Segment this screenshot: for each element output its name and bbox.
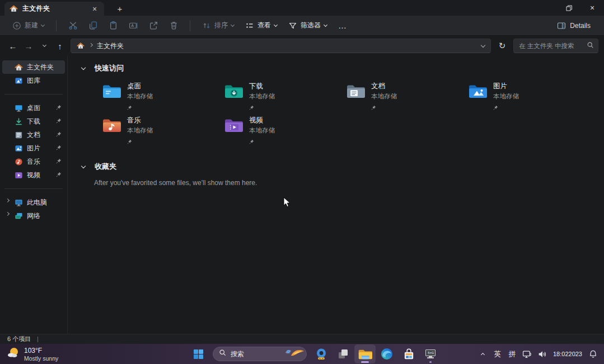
plus-circle-icon xyxy=(12,21,21,30)
quick-access-header[interactable]: 快速访问 xyxy=(68,56,604,73)
tile-downloads[interactable]: 下载 本地存储 xyxy=(224,81,346,115)
chevron-down-icon xyxy=(274,22,278,26)
ime-language-indicator[interactable]: 英 xyxy=(491,346,504,362)
back-icon: ← xyxy=(9,41,17,51)
tile-text: 文档 本地存储 xyxy=(371,81,397,115)
section-chevron-icon[interactable] xyxy=(81,163,86,168)
videos-folder-icon xyxy=(224,117,244,134)
rename-button[interactable] xyxy=(124,18,142,34)
more-options-button[interactable]: … xyxy=(334,18,352,33)
tile-desktop[interactable]: 桌面 本地存储 xyxy=(102,81,224,115)
tile-videos[interactable]: 视频 本地存储 xyxy=(224,115,346,149)
recent-locations-button[interactable] xyxy=(37,39,51,53)
hidden-icons-button[interactable] xyxy=(477,346,489,362)
weather-widget[interactable]: 103°F Mostly sunny xyxy=(4,346,60,362)
edge-browser-icon[interactable] xyxy=(377,345,397,363)
new-button[interactable]: 新建 xyxy=(8,18,49,33)
notification-bell-icon[interactable] xyxy=(587,346,600,362)
microsoft-store-icon[interactable] xyxy=(399,345,419,363)
tab-close-icon[interactable]: × xyxy=(90,5,99,13)
start-button[interactable] xyxy=(188,345,208,363)
weather-icon xyxy=(7,346,20,362)
restore-button[interactable] xyxy=(557,0,580,16)
expand-chevron-icon[interactable] xyxy=(6,198,10,202)
sidebar-item-documents[interactable]: 文档 xyxy=(2,128,65,141)
sidebar-item-desktop[interactable]: 桌面 xyxy=(2,101,65,115)
titlebar: 主文件夹 × + × xyxy=(0,0,604,16)
file-explorer-taskbar-icon[interactable] xyxy=(355,345,375,363)
download-icon xyxy=(15,117,23,126)
tile-text: 视频 本地存储 xyxy=(249,115,275,149)
pin-icon xyxy=(249,136,275,146)
sidebar-divider xyxy=(4,94,63,94)
section-chevron-icon[interactable] xyxy=(81,65,86,69)
system-tray: 英 拼 18:02 2023 xyxy=(477,344,600,364)
divider xyxy=(190,20,190,31)
share-button[interactable] xyxy=(144,18,162,34)
delete-button[interactable] xyxy=(165,18,182,34)
file-explorer-window: 主文件夹 × + × 新建 xyxy=(0,0,604,344)
taskbar-search[interactable]: 搜索 xyxy=(213,347,307,361)
music-icon xyxy=(15,158,23,166)
desktop: 主文件夹 × + × 新建 xyxy=(0,0,604,364)
home-icon xyxy=(15,63,23,72)
tile-pictures[interactable]: 图片 本地存储 xyxy=(468,81,590,115)
address-bar[interactable]: 主文件夹 xyxy=(71,39,491,53)
sidebar-item-network[interactable]: 网络 xyxy=(2,209,65,223)
breadcrumb-root[interactable]: 主文件夹 xyxy=(97,41,124,51)
expand-chevron-icon[interactable] xyxy=(6,212,10,216)
view-button[interactable]: 查看 xyxy=(241,18,282,33)
sidebar-item-this-pc[interactable]: 此电脑 xyxy=(2,196,65,209)
taskbar-app-ring-icon[interactable] xyxy=(311,345,331,363)
favorites-header[interactable]: 收藏夹 xyxy=(68,154,604,172)
clock-date: 2023 xyxy=(569,351,582,357)
pin-icon xyxy=(56,104,62,112)
sidebar-item-pictures[interactable]: 图片 xyxy=(2,141,65,155)
filter-button[interactable]: 筛选器 xyxy=(284,18,331,33)
forward-button[interactable]: → xyxy=(21,39,36,53)
back-button[interactable]: ← xyxy=(6,39,20,53)
taskbar-search-label: 搜索 xyxy=(231,349,282,359)
sidebar-item-home[interactable]: 主文件夹 xyxy=(2,60,65,74)
sort-button[interactable]: 排序 xyxy=(198,18,238,33)
pictures-folder-icon xyxy=(468,83,488,100)
tile-text: 音乐 本地存储 xyxy=(127,115,153,149)
more-ellipsis-icon: … xyxy=(338,21,347,30)
item-count: 6 个项目 xyxy=(7,335,31,343)
new-tab-button[interactable]: + xyxy=(114,4,125,13)
network-icon[interactable] xyxy=(521,346,533,362)
paste-button[interactable] xyxy=(104,18,122,34)
close-button[interactable]: × xyxy=(580,0,604,16)
tile-text: 图片 本地存储 xyxy=(493,81,519,115)
explorer-tab[interactable]: 主文件夹 × xyxy=(4,2,104,16)
windows-start-icon xyxy=(193,349,204,360)
refresh-button[interactable]: ↻ xyxy=(494,39,510,53)
tile-documents[interactable]: 文档 本地存储 xyxy=(346,81,468,115)
tile-music[interactable]: 音乐 本地存储 xyxy=(102,115,224,149)
chevron-down-icon xyxy=(42,43,46,47)
clock[interactable]: 18:02 2023 xyxy=(551,346,584,362)
tab-title: 主文件夹 xyxy=(22,4,86,13)
search-icon xyxy=(587,41,594,51)
cut-button[interactable] xyxy=(64,18,82,34)
pin-icon xyxy=(371,102,397,112)
home-icon xyxy=(10,4,18,13)
sidebar-item-videos[interactable]: 视频 xyxy=(2,168,65,182)
status-divider xyxy=(38,337,38,342)
ime-mode-indicator[interactable]: 拼 xyxy=(506,346,518,362)
search-input[interactable] xyxy=(513,39,598,53)
up-button[interactable]: ↑ xyxy=(53,39,67,53)
address-dropdown-icon[interactable] xyxy=(481,42,485,47)
document-icon xyxy=(15,131,23,139)
divider xyxy=(56,20,57,31)
pin-icon xyxy=(56,144,62,152)
sidebar-item-gallery[interactable]: 图库 xyxy=(2,74,65,87)
details-pane-button[interactable]: Details xyxy=(551,18,596,33)
pin-icon xyxy=(56,158,62,166)
volume-icon[interactable] xyxy=(536,346,549,362)
sidebar-item-music[interactable]: 音乐 xyxy=(2,155,65,168)
remote-display-5g-icon[interactable]: 5×G xyxy=(420,345,441,363)
copy-button[interactable] xyxy=(84,18,102,34)
sidebar-item-downloads[interactable]: 下载 xyxy=(2,115,65,128)
task-view-icon[interactable] xyxy=(333,345,353,363)
